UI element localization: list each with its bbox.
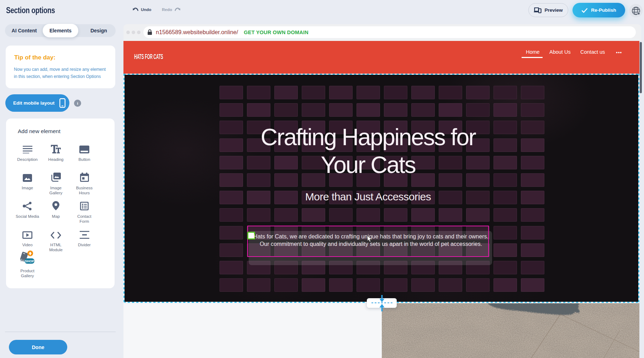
- svg-text:SHOP: SHOP: [25, 259, 35, 263]
